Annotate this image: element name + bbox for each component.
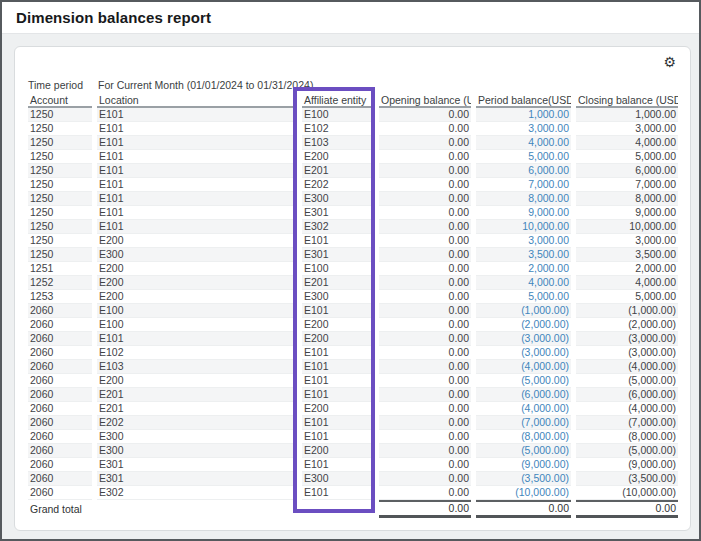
location-cell: E101 (97, 122, 297, 136)
period-balance-link[interactable]: (6,000.00) (476, 388, 571, 402)
period-balance-link[interactable]: 9,000.00 (476, 206, 571, 220)
settings-gear-icon[interactable]: ⚙ (663, 53, 676, 71)
opening-balance-usd-cell: 0.00 (379, 206, 471, 220)
location-cell: E300 (97, 444, 297, 458)
opening-balance-usd-cell: 0.00 (379, 458, 471, 472)
location-cell: E101 (97, 220, 297, 234)
opening-balance-usd-cell: 0.00 (379, 248, 471, 262)
affiliate-entity-cell: E201 (302, 164, 374, 178)
location-cell: E302 (97, 486, 297, 500)
table-row: 1252E200E2010.004,000.004,000.00 (28, 276, 678, 290)
location-cell: E101 (97, 136, 297, 150)
period-balance-link[interactable]: 1,000.00 (476, 108, 571, 122)
period-balance-link[interactable]: (1,000.00) (476, 304, 571, 318)
account-cell: 1250 (28, 150, 92, 164)
period-balance-link[interactable]: (5,000.00) (476, 444, 571, 458)
closing-balance-usd-cell: 2,000.00 (576, 262, 678, 276)
period-balance-link[interactable]: 10,000.00 (476, 220, 571, 234)
affiliate-entity-cell: E100 (302, 262, 374, 276)
account-cell: 1250 (28, 248, 92, 262)
affiliate-entity-cell: E101 (302, 234, 374, 248)
period-balance-link[interactable]: (2,000.00) (476, 318, 571, 332)
closing-balance-usd-cell: 1,000.00 (576, 108, 678, 122)
period-balance-link[interactable]: 4,000.00 (476, 276, 571, 290)
location-cell: E200 (97, 276, 297, 290)
period-balance-link[interactable]: 4,000.00 (476, 136, 571, 150)
location-cell: E300 (97, 430, 297, 444)
closing-balance-usd-cell: (8,000.00) (576, 430, 678, 444)
period-balance-link[interactable]: 6,000.00 (476, 164, 571, 178)
period-balance-link[interactable]: (3,500.00) (476, 472, 571, 486)
period-balance-link[interactable]: (3,000.00) (476, 346, 571, 360)
account-cell: 2060 (28, 346, 92, 360)
affiliate-entity-cell: E200 (302, 332, 374, 346)
opening-balance-usd-cell: 0.00 (379, 360, 471, 374)
opening-balance-usd-cell: 0.00 (379, 290, 471, 304)
report-table-body: 1250E101E1000.001,000.001,000.001250E101… (28, 108, 678, 500)
location-cell: E300 (97, 248, 297, 262)
table-row: 2060E301E3000.00(3,500.00)(3,500.00) (28, 472, 678, 486)
account-cell: 2060 (28, 430, 92, 444)
table-row: 2060E103E1010.00(4,000.00)(4,000.00) (28, 360, 678, 374)
table-row: 2060E202E1010.00(7,000.00)(7,000.00) (28, 416, 678, 430)
period-balance-link[interactable]: (9,000.00) (476, 458, 571, 472)
affiliate-entity-cell: E300 (302, 192, 374, 206)
grand-total-opening: 0.00 (379, 500, 471, 518)
period-balance-link[interactable]: 5,000.00 (476, 150, 571, 164)
period-balance-link[interactable]: (3,000.00) (476, 332, 571, 346)
period-balance-link[interactable]: 8,000.00 (476, 192, 571, 206)
period-balance-link[interactable]: (5,000.00) (476, 374, 571, 388)
affiliate-entity-cell: E301 (302, 206, 374, 220)
table-row: 1250E200E1010.003,000.003,000.00 (28, 234, 678, 248)
opening-balance-usd-cell: 0.00 (379, 276, 471, 290)
table-row: 2060E300E1010.00(8,000.00)(8,000.00) (28, 430, 678, 444)
period-balance-link[interactable]: 2,000.00 (476, 262, 571, 276)
period-balance-link[interactable]: (4,000.00) (476, 402, 571, 416)
period-balance-link[interactable]: (8,000.00) (476, 430, 571, 444)
period-balance-link[interactable]: 3,500.00 (476, 248, 571, 262)
opening-balance-usd-cell: 0.00 (379, 402, 471, 416)
affiliate-entity-cell: E101 (302, 458, 374, 472)
closing-balance-usd-cell: (3,000.00) (576, 346, 678, 360)
period-balance-link[interactable]: (4,000.00) (476, 360, 571, 374)
report-table-container: Time period For Current Month (01/01/202… (23, 77, 681, 518)
closing-balance-usd-cell: 10,000.00 (576, 220, 678, 234)
account-cell: 2060 (28, 332, 92, 346)
location-cell: E101 (97, 164, 297, 178)
location-cell: E101 (97, 108, 297, 122)
affiliate-entity-cell: E101 (302, 486, 374, 500)
period-balance-link[interactable]: (7,000.00) (476, 416, 571, 430)
location-cell: E101 (97, 192, 297, 206)
column-header-opening-balance-usd: Opening balance (USD) (379, 93, 471, 108)
affiliate-entity-cell: E201 (302, 276, 374, 290)
location-cell: E200 (97, 374, 297, 388)
table-row: 1250E101E3000.008,000.008,000.00 (28, 192, 678, 206)
table-row: 2060E201E1010.00(6,000.00)(6,000.00) (28, 388, 678, 402)
opening-balance-usd-cell: 0.00 (379, 122, 471, 136)
account-cell: 1253 (28, 290, 92, 304)
period-balance-link[interactable]: 7,000.00 (476, 178, 571, 192)
affiliate-entity-cell: E200 (302, 318, 374, 332)
opening-balance-usd-cell: 0.00 (379, 332, 471, 346)
period-balance-link[interactable]: 5,000.00 (476, 290, 571, 304)
column-header-period-balance-usd: Period balance(USD) (476, 93, 571, 108)
period-balance-link[interactable]: (10,000.00) (476, 486, 571, 500)
opening-balance-usd-cell: 0.00 (379, 178, 471, 192)
account-cell: 2060 (28, 304, 92, 318)
table-row: 1250E101E2020.007,000.007,000.00 (28, 178, 678, 192)
affiliate-entity-cell: E300 (302, 472, 374, 486)
table-row: 2060E100E2000.00(2,000.00)(2,000.00) (28, 318, 678, 332)
period-balance-link[interactable]: 3,000.00 (476, 234, 571, 248)
title-bar: Dimension balances report (2, 2, 699, 34)
grand-total-period: 0.00 (476, 500, 571, 518)
affiliate-entity-cell: E101 (302, 430, 374, 444)
affiliate-entity-cell: E101 (302, 360, 374, 374)
period-balance-link[interactable]: 3,000.00 (476, 122, 571, 136)
account-cell: 1250 (28, 206, 92, 220)
opening-balance-usd-cell: 0.00 (379, 430, 471, 444)
opening-balance-usd-cell: 0.00 (379, 318, 471, 332)
table-row: 2060E300E2000.00(5,000.00)(5,000.00) (28, 444, 678, 458)
opening-balance-usd-cell: 0.00 (379, 192, 471, 206)
closing-balance-usd-cell: (5,000.00) (576, 374, 678, 388)
table-row: 2060E301E1010.00(9,000.00)(9,000.00) (28, 458, 678, 472)
